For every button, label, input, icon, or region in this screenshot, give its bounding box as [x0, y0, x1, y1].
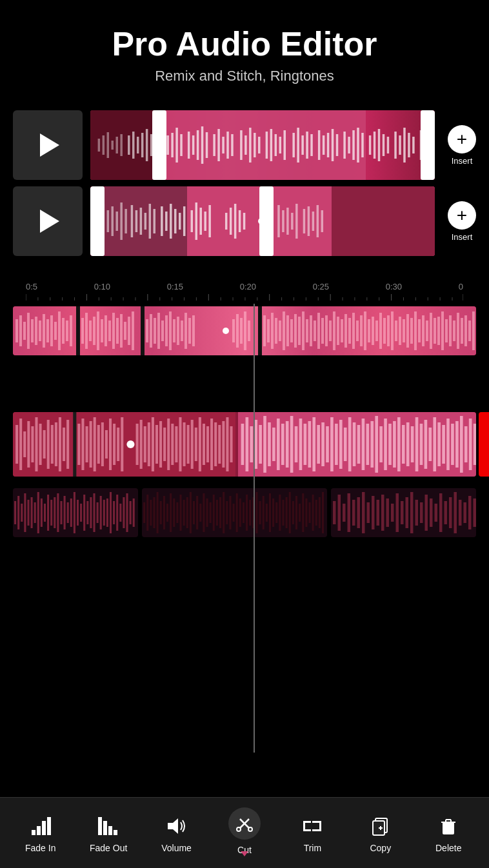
track2-play-button[interactable] — [40, 210, 59, 233]
svg-rect-243 — [453, 321, 455, 341]
svg-rect-207 — [314, 321, 316, 341]
tool-fade-out[interactable]: Fade Out — [74, 813, 142, 853]
svg-rect-329 — [361, 419, 364, 470]
svg-rect-86 — [195, 202, 197, 240]
svg-rect-381 — [100, 496, 102, 529]
svg-rect-375 — [80, 504, 82, 522]
svg-rect-395 — [153, 497, 155, 528]
svg-rect-48 — [343, 132, 345, 159]
svg-rect-7 — [132, 132, 134, 159]
svg-rect-71 — [120, 202, 122, 240]
svg-rect-32 — [258, 137, 260, 153]
track2-insert-plus-icon[interactable]: + — [448, 201, 476, 230]
svg-rect-410 — [203, 493, 205, 532]
svg-rect-43 — [318, 130, 320, 160]
svg-rect-215 — [344, 314, 347, 348]
bottom-track-row — [13, 488, 476, 546]
tool-fade-in-label: Fade In — [25, 843, 55, 853]
svg-rect-159 — [81, 318, 84, 344]
tool-volume-label: Volume — [161, 843, 192, 853]
svg-rect-363 — [41, 498, 43, 527]
svg-rect-216 — [348, 318, 351, 344]
svg-rect-429 — [266, 504, 268, 522]
svg-rect-384 — [110, 492, 112, 533]
track1-waveform[interactable]: 0:2.81 0:9.30 — [90, 110, 435, 180]
svg-rect-404 — [183, 500, 185, 526]
svg-rect-277 — [136, 424, 139, 465]
svg-marker-485 — [168, 818, 178, 834]
svg-rect-354 — [473, 424, 476, 465]
track1-play-button[interactable] — [40, 133, 59, 157]
svg-rect-295 — [206, 426, 209, 462]
svg-rect-50 — [352, 130, 354, 160]
svg-rect-57 — [387, 137, 389, 153]
track2-handle-mid[interactable] — [259, 186, 274, 256]
svg-rect-46 — [332, 129, 334, 161]
svg-rect-432 — [275, 502, 277, 523]
svg-rect-36 — [279, 137, 281, 153]
svg-rect-358 — [24, 493, 26, 532]
svg-rect-327 — [352, 422, 355, 466]
track1-handle-left[interactable] — [152, 110, 166, 180]
track2-waveform[interactable]: 0:0.24 0:7.66 — [90, 186, 435, 256]
tool-copy[interactable]: Copy — [346, 813, 414, 853]
track2-thumbnail[interactable] — [13, 186, 83, 256]
svg-rect-417 — [226, 501, 228, 524]
delete-icon — [435, 813, 461, 839]
fx-button[interactable]: Fx — [479, 412, 489, 477]
svg-rect-25 — [222, 137, 224, 153]
svg-rect-476 — [474, 498, 476, 527]
svg-rect-423 — [246, 495, 248, 531]
svg-rect-262 — [66, 420, 69, 469]
svg-rect-5 — [120, 134, 122, 156]
svg-rect-474 — [464, 502, 466, 523]
mini-track-1[interactable] — [13, 488, 138, 537]
track1-handle-right[interactable] — [421, 110, 435, 180]
svg-rect-212 — [333, 311, 335, 350]
svg-rect-194 — [263, 315, 266, 346]
tool-fade-in[interactable]: Fade In — [6, 813, 74, 853]
track1-thumbnail[interactable] — [13, 110, 83, 180]
svg-rect-491 — [303, 821, 311, 823]
svg-rect-424 — [249, 500, 251, 526]
svg-rect-151 — [46, 319, 49, 342]
svg-rect-484 — [114, 830, 117, 835]
svg-rect-328 — [357, 425, 360, 464]
track1-insert-plus-icon[interactable]: + — [448, 125, 476, 153]
svg-rect-195 — [267, 319, 270, 342]
svg-rect-162 — [93, 317, 95, 345]
track2-handle-left[interactable] — [90, 186, 105, 256]
svg-rect-317 — [308, 421, 311, 468]
svg-rect-402 — [176, 502, 178, 523]
svg-rect-257 — [47, 420, 50, 469]
svg-rect-251 — [23, 431, 26, 457]
main-track-1[interactable] — [13, 306, 476, 355]
svg-rect-19 — [192, 135, 194, 155]
svg-rect-45 — [327, 133, 329, 157]
svg-rect-203 — [298, 317, 301, 345]
mini-track-3[interactable] — [331, 488, 476, 537]
svg-rect-2 — [107, 132, 109, 158]
svg-rect-302 — [241, 424, 244, 465]
svg-rect-285 — [167, 419, 170, 470]
svg-rect-483 — [108, 826, 112, 835]
svg-rect-76 — [145, 213, 146, 230]
tool-volume[interactable]: Volume — [143, 813, 210, 853]
svg-rect-275 — [121, 417, 123, 471]
svg-rect-336 — [393, 421, 396, 468]
tool-delete[interactable]: Delete — [415, 813, 483, 853]
main-track-2[interactable]: Fx — [13, 412, 476, 477]
svg-rect-166 — [108, 321, 111, 341]
tool-cut[interactable]: Cut — [210, 811, 278, 855]
svg-rect-160 — [85, 313, 88, 349]
track2-insert-button[interactable]: + Insert — [448, 201, 476, 242]
track1-insert-button[interactable]: + Insert — [448, 125, 476, 166]
svg-rect-433 — [279, 495, 281, 531]
svg-rect-8 — [137, 137, 139, 153]
tool-trim[interactable]: Trim — [279, 813, 346, 853]
mini-track-2[interactable] — [142, 488, 327, 537]
svg-rect-290 — [187, 425, 190, 464]
svg-rect-102 — [308, 206, 310, 236]
svg-rect-158 — [76, 306, 80, 355]
svg-rect-144 — [19, 315, 22, 346]
